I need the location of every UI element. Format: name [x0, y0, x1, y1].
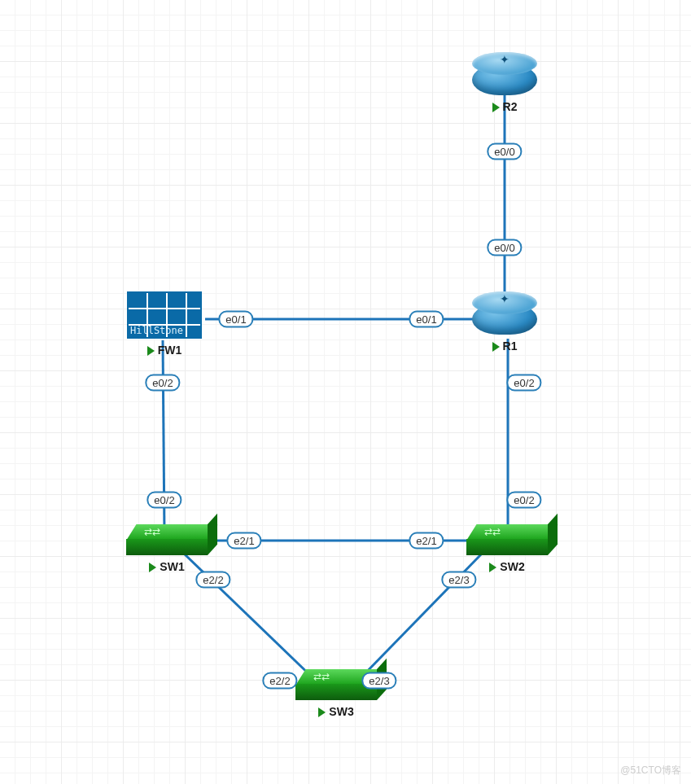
- iface-badge: e0/1: [218, 311, 253, 328]
- iface-badge: e0/2: [506, 374, 541, 392]
- node-label: SW1: [160, 560, 184, 573]
- node-label: FW1: [158, 344, 182, 357]
- node-fw1[interactable]: HillStone FW1: [124, 291, 205, 357]
- node-r2[interactable]: ✦ R2: [468, 50, 541, 113]
- iface-badge: e2/3: [441, 572, 476, 589]
- node-label: SW3: [329, 705, 353, 718]
- router-icon: ✦: [472, 50, 537, 95]
- iface-badge: e0/2: [506, 492, 541, 509]
- topology-canvas: ✦ R2 ✦ R1 HillStone FW1 ⇄⇄ SW1 ⇄⇄ SW2 ⇄⇄…: [0, 0, 691, 784]
- node-sw1[interactable]: ⇄⇄ SW1: [122, 524, 212, 573]
- running-icon: [147, 346, 155, 356]
- iface-badge: e0/2: [145, 374, 180, 392]
- running-icon: [489, 563, 496, 572]
- iface-badge: e0/2: [147, 492, 181, 509]
- switch-icon: ⇄⇄: [126, 524, 208, 555]
- iface-badge: e0/1: [409, 311, 444, 328]
- iface-badge: e0/0: [487, 143, 522, 160]
- iface-badge: e0/0: [487, 239, 522, 256]
- switch-icon: ⇄⇄: [466, 524, 548, 555]
- iface-badge: e2/2: [262, 672, 297, 690]
- node-label: R1: [503, 339, 518, 353]
- running-icon: [318, 707, 326, 717]
- iface-badge: e2/2: [195, 572, 230, 589]
- running-icon: [492, 342, 500, 352]
- node-r1[interactable]: ✦ R1: [468, 290, 541, 353]
- router-icon: ✦: [472, 290, 537, 335]
- iface-badge: e2/1: [226, 532, 261, 550]
- link-layer: [0, 0, 691, 784]
- watermark: @51CTO博客: [620, 764, 681, 777]
- running-icon: [149, 563, 156, 572]
- firewall-icon: HillStone: [127, 291, 202, 339]
- iface-badge: e2/3: [361, 672, 396, 690]
- iface-badge: e2/1: [409, 532, 444, 550]
- node-label: R2: [503, 100, 518, 113]
- running-icon: [492, 103, 500, 112]
- node-label: SW2: [500, 560, 524, 573]
- node-sw2[interactable]: ⇄⇄ SW2: [462, 524, 552, 573]
